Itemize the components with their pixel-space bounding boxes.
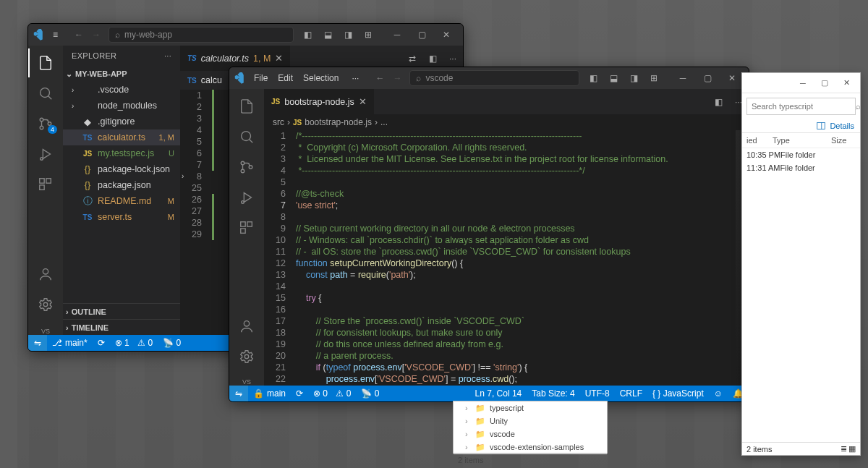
status-readonly[interactable]: 🔒main	[248, 386, 291, 401]
nav-tree-item[interactable]: ›📁Unity	[454, 414, 607, 427]
file-tree-item[interactable]: ⓘREADME.mdM	[63, 193, 180, 209]
explorer-column-headers[interactable]: iedTypeSize	[742, 133, 860, 148]
status-eol[interactable]: CRLF	[615, 386, 647, 401]
activity-settings[interactable]	[28, 290, 63, 319]
status-ports[interactable]: 📡 0	[158, 335, 186, 351]
nav-back[interactable]: ←	[372, 70, 388, 86]
activity-explorer[interactable]	[28, 48, 63, 77]
window-minimize[interactable]: ─	[671, 67, 695, 89]
breadcrumb[interactable]: src›JSbootstrap-node.js›...	[264, 114, 749, 130]
explorer-more-icon[interactable]: ···	[164, 51, 171, 60]
command-center[interactable]: ⌕ my-web-app	[109, 27, 294, 43]
activity-debug[interactable]	[229, 183, 264, 212]
status-sync[interactable]: ⟳	[93, 335, 110, 351]
activity-search[interactable]	[229, 122, 264, 151]
breadcrumb-item[interactable]: bootstrap-node.js	[305, 117, 372, 127]
file-tree-item[interactable]: TScalculator.ts1, M	[63, 129, 180, 145]
breadcrumb-item[interactable]: JS	[293, 119, 302, 127]
preview-pane-icon[interactable]	[817, 122, 825, 130]
nav-forward[interactable]: →	[389, 70, 405, 86]
activity-extensions[interactable]	[28, 170, 63, 199]
activity-account[interactable]	[28, 260, 63, 289]
window-maximize[interactable]: ▢	[695, 67, 720, 89]
activity-scm[interactable]: 4	[28, 109, 63, 138]
compare-changes-icon[interactable]: ⇄	[402, 48, 422, 69]
window-close[interactable]: ✕	[835, 75, 857, 91]
outline-section[interactable]: ›OUTLINE	[63, 303, 180, 319]
layout-customize-icon[interactable]: ⊞	[644, 70, 663, 86]
activity-scm[interactable]	[229, 153, 264, 182]
layout-sidebar-right-icon[interactable]: ◨	[339, 27, 357, 43]
menu-file[interactable]: File	[250, 70, 272, 86]
file-tree-item[interactable]: JSmy.testspec.jsU	[63, 145, 180, 161]
status-cursor-pos[interactable]: Ln 7, Col 14	[470, 386, 527, 401]
hamburger-menu[interactable]: ≡	[48, 27, 62, 43]
status-sync[interactable]: ⟳	[291, 386, 308, 401]
workspace-root[interactable]: ⌄ MY-WEB-APP	[63, 66, 180, 82]
status-indent[interactable]: Tab Size: 4	[527, 386, 579, 401]
split-editor-icon[interactable]: ◧	[422, 48, 443, 69]
window-maximize[interactable]: ▢	[409, 24, 434, 46]
activity-extensions[interactable]	[229, 213, 264, 242]
status-feedback[interactable]: ☺	[709, 386, 728, 401]
file-tree-item[interactable]: ◆.gitignore	[63, 114, 180, 129]
activity-debug[interactable]	[28, 140, 63, 169]
view-details-icon[interactable]: ≣	[841, 444, 847, 454]
layout-customize-icon[interactable]: ⊞	[359, 27, 378, 43]
file-tree-item[interactable]: {}package.json	[63, 177, 180, 193]
status-encoding[interactable]: UTF-8	[580, 386, 615, 401]
menu-overflow[interactable]: ···	[347, 70, 363, 86]
file-tree-item[interactable]: ›.vscode	[63, 82, 180, 98]
tab-calcu-partial[interactable]: TS calcu	[180, 71, 230, 90]
nav-back[interactable]: ←	[71, 27, 87, 43]
activity-settings[interactable]	[229, 342, 264, 371]
status-branch[interactable]: ⎇main*	[47, 335, 93, 351]
file-tree-item[interactable]: ›node_modules	[63, 98, 180, 114]
tab-bootstrap-node[interactable]: JS bootstrap-node.js ✕	[264, 89, 375, 114]
explorer-row[interactable]: 10:35 PMFile folder	[742, 148, 860, 161]
activity-account[interactable]	[229, 312, 264, 341]
activity-search[interactable]	[28, 79, 63, 108]
tab-more-icon[interactable]: ···	[443, 48, 463, 69]
window-close[interactable]: ✕	[434, 24, 459, 46]
window-minimize[interactable]: ─	[792, 75, 814, 91]
status-language[interactable]: { } JavaScript	[647, 386, 709, 401]
window-maximize[interactable]: ▢	[814, 75, 835, 91]
code-content[interactable]: /*--------------------------------------…	[296, 130, 736, 386]
fold-caret-icon[interactable]: ›	[182, 171, 184, 182]
nav-tree-item[interactable]: ›📁vscode	[454, 427, 607, 441]
nav-tree-item[interactable]: ›📁vscode-extension-samples	[454, 441, 607, 454]
status-remote[interactable]: ⇋	[229, 386, 248, 401]
layout-sidebar-left-icon[interactable]: ◧	[584, 70, 603, 86]
file-tree-item[interactable]: {}package-lock.json	[63, 161, 180, 177]
status-problems[interactable]: ⊗ 1 ⚠ 0	[110, 335, 158, 351]
window-close[interactable]: ✕	[720, 67, 744, 89]
activity-explorer[interactable]	[229, 92, 264, 121]
command-center[interactable]: ⌕ vscode	[409, 70, 579, 86]
details-button[interactable]: Details	[830, 122, 854, 130]
view-tiles-icon[interactable]: ▦	[848, 444, 856, 454]
tab-close-icon[interactable]: ✕	[359, 96, 367, 107]
menu-selection[interactable]: Selection	[299, 70, 343, 86]
status-remote[interactable]: ⇋	[28, 335, 47, 351]
file-tree-item[interactable]: TSserver.tsM	[63, 209, 180, 225]
nav-forward[interactable]: →	[88, 27, 104, 43]
status-ports[interactable]: 📡 0	[356, 386, 384, 401]
breadcrumb-item[interactable]: ...	[380, 117, 388, 127]
search-input[interactable]	[752, 102, 851, 111]
menu-edit[interactable]: Edit	[273, 70, 297, 86]
explorer-row[interactable]: 11:31 AMFile folder	[742, 161, 860, 174]
explorer-search[interactable]: ⌕	[746, 98, 856, 115]
status-problems[interactable]: ⊗ 0 ⚠ 0	[308, 386, 356, 401]
search-icon[interactable]: ⌕	[856, 102, 861, 111]
nav-tree-item[interactable]: ›📁typescript	[454, 401, 607, 414]
split-editor-icon[interactable]: ◧	[708, 92, 728, 112]
layout-sidebar-left-icon[interactable]: ◧	[298, 27, 317, 43]
layout-sidebar-right-icon[interactable]: ◨	[624, 70, 643, 86]
layout-panel-icon[interactable]: ⬓	[604, 70, 623, 86]
breadcrumb-item[interactable]: src	[273, 117, 284, 127]
layout-panel-icon[interactable]: ⬓	[318, 27, 337, 43]
timeline-section[interactable]: ›TIMELINE	[63, 319, 180, 335]
window-minimize[interactable]: ─	[385, 24, 409, 46]
tab-close-icon[interactable]: ✕	[275, 53, 283, 64]
